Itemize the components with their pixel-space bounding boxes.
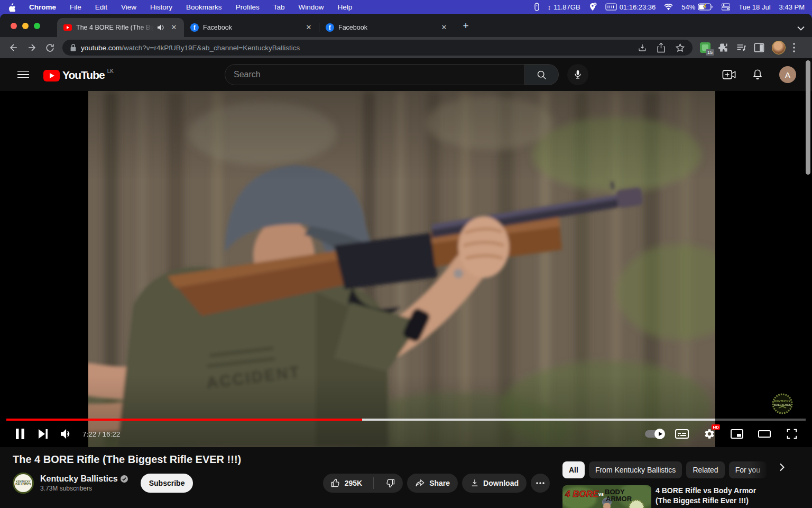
hamburger-menu-icon[interactable] bbox=[13, 64, 34, 85]
subscribe-button[interactable]: Subscribe bbox=[141, 474, 193, 493]
url-text[interactable]: youtube.com/watch?v=r4kPfUBy19E&ab_chann… bbox=[81, 44, 300, 52]
forward-button[interactable] bbox=[23, 39, 40, 56]
thumbs-up-icon bbox=[330, 478, 341, 488]
chip-for-you[interactable]: For you bbox=[729, 461, 767, 478]
voice-search-button[interactable] bbox=[567, 64, 588, 85]
menu-item-help[interactable]: Help bbox=[337, 3, 352, 11]
channel-avatar[interactable]: KENTUCKY BALLISTICS bbox=[13, 473, 34, 494]
location-off-icon[interactable] bbox=[589, 3, 597, 11]
menu-item-profiles[interactable]: Profiles bbox=[236, 3, 260, 11]
search-input[interactable]: Search bbox=[225, 64, 525, 85]
tab-facebook-2[interactable]: f Facebook ✕ bbox=[319, 18, 454, 37]
battery-status[interactable]: 54% bbox=[681, 3, 713, 11]
extensions-puzzle-icon[interactable] bbox=[718, 42, 728, 53]
tab-youtube[interactable]: The 4 BORE Rifle (The Bigg ✕ bbox=[57, 18, 184, 37]
tab-close-icon[interactable]: ✕ bbox=[439, 23, 449, 32]
verified-badge-icon bbox=[121, 475, 128, 483]
download-page-icon[interactable] bbox=[638, 43, 647, 52]
address-bar[interactable]: youtube.com/watch?v=r4kPfUBy19E&ab_chann… bbox=[62, 40, 693, 56]
theater-mode-button[interactable] bbox=[753, 422, 776, 446]
related-video-item[interactable]: 4 BORE vs BODY ARMOR 4 BORE Rifle vs Bod… bbox=[562, 485, 799, 508]
notifications-bell-icon[interactable] bbox=[752, 68, 763, 81]
control-center-icon[interactable] bbox=[722, 3, 730, 11]
memory-usage-status[interactable]: ↕ 11.87GB bbox=[548, 3, 580, 11]
related-thumbnail[interactable]: 4 BORE vs BODY ARMOR bbox=[562, 485, 651, 508]
fullscreen-button[interactable] bbox=[780, 422, 804, 446]
battery-charging-icon bbox=[698, 3, 713, 11]
volume-icon[interactable] bbox=[55, 422, 78, 446]
menu-item-tab[interactable]: Tab bbox=[273, 3, 285, 11]
youtube-favicon bbox=[63, 24, 72, 31]
download-button[interactable]: Download bbox=[462, 474, 527, 493]
kebab-menu-icon[interactable] bbox=[793, 43, 795, 52]
menu-bar-date[interactable]: Tue 18 Jul bbox=[739, 3, 770, 11]
zoom-window-button[interactable] bbox=[34, 23, 40, 29]
menu-item-edit[interactable]: Edit bbox=[95, 3, 107, 11]
video-title: The 4 BORE Rifle (The Biggest Rifle EVER… bbox=[13, 452, 550, 466]
related-title[interactable]: 4 BORE Rifle vs Body Armor (The Biggest … bbox=[656, 485, 756, 508]
lock-icon[interactable] bbox=[70, 43, 77, 52]
tab-close-icon[interactable]: ✕ bbox=[304, 23, 313, 32]
side-panel-icon[interactable] bbox=[754, 43, 764, 52]
tab-close-icon[interactable]: ✕ bbox=[169, 23, 179, 32]
page-scrollbar[interactable] bbox=[806, 60, 810, 175]
youtube-wordmark: YouTube bbox=[62, 69, 105, 81]
extension-badge: 15 bbox=[706, 49, 714, 56]
minimize-window-button[interactable] bbox=[22, 23, 29, 29]
menu-item-bookmarks[interactable]: Bookmarks bbox=[186, 3, 222, 11]
next-button[interactable] bbox=[32, 422, 55, 446]
wifi-icon[interactable] bbox=[664, 4, 673, 11]
pause-button[interactable] bbox=[8, 422, 32, 446]
like-button[interactable]: 295K bbox=[323, 474, 370, 493]
share-icon[interactable] bbox=[657, 43, 666, 53]
tab-facebook-1[interactable]: f Facebook ✕ bbox=[184, 18, 319, 37]
chip-from-channel[interactable]: From Kentucky Ballistics bbox=[589, 461, 682, 478]
macos-menu-bar: Chrome File Edit View History Bookmarks … bbox=[0, 0, 812, 14]
menu-item-file[interactable]: File bbox=[70, 3, 81, 11]
subscriber-count: 3.73M subscribers bbox=[40, 485, 128, 492]
reload-button[interactable] bbox=[41, 39, 58, 56]
miniplayer-button[interactable] bbox=[725, 422, 749, 446]
bookmark-star-icon[interactable] bbox=[675, 43, 685, 53]
autoplay-toggle[interactable] bbox=[643, 422, 666, 446]
peripheral-battery-icon[interactable] bbox=[534, 3, 539, 11]
menu-item-history[interactable]: History bbox=[150, 3, 172, 11]
settings-button[interactable]: HD bbox=[698, 422, 721, 446]
tab-title: Facebook bbox=[203, 24, 300, 31]
channel-watermark[interactable]: KENTUCKYBALLISTICS bbox=[772, 393, 793, 414]
menu-bar-time[interactable]: 3:43 PM bbox=[779, 3, 805, 11]
chips-next-chevron-icon[interactable] bbox=[779, 463, 785, 471]
menu-item-window[interactable]: Window bbox=[298, 3, 324, 11]
search-button[interactable] bbox=[525, 64, 559, 85]
channel-name[interactable]: Kentucky Ballistics bbox=[40, 474, 118, 484]
chip-related[interactable]: Related bbox=[686, 461, 724, 478]
menu-item-view[interactable]: View bbox=[121, 3, 136, 11]
menu-item-chrome[interactable]: Chrome bbox=[29, 3, 56, 11]
video-player[interactable]: ACCIDENT bbox=[0, 91, 812, 447]
create-video-icon[interactable] bbox=[722, 69, 736, 80]
tab-audio-icon[interactable] bbox=[158, 24, 165, 31]
apple-menu-icon[interactable] bbox=[7, 3, 15, 12]
more-actions-button[interactable] bbox=[531, 474, 550, 493]
tab-search-chevron-icon[interactable] bbox=[797, 26, 805, 31]
updown-arrows-icon: ↕ bbox=[548, 3, 551, 11]
tab-strip: The 4 BORE Rifle (The Bigg ✕ f Facebook … bbox=[0, 14, 812, 37]
tab-title: The 4 BORE Rifle (The Bigg bbox=[76, 24, 153, 31]
mic-icon bbox=[573, 69, 583, 80]
uptime-status[interactable]: 01:16:23:36 bbox=[605, 3, 656, 11]
profile-avatar[interactable] bbox=[772, 41, 786, 55]
dislike-button[interactable] bbox=[377, 474, 403, 493]
share-button[interactable]: Share bbox=[407, 474, 458, 493]
thumb-text-4bore: 4 BORE bbox=[565, 489, 599, 499]
account-avatar[interactable]: A bbox=[779, 66, 796, 83]
close-window-button[interactable] bbox=[11, 23, 17, 29]
svg-text:ARMOR: ARMOR bbox=[606, 495, 632, 503]
chip-all[interactable]: All bbox=[562, 461, 585, 478]
svg-text:BALLISTICS: BALLISTICS bbox=[774, 403, 791, 406]
subtitles-button[interactable] bbox=[670, 422, 694, 446]
back-button[interactable] bbox=[5, 39, 22, 56]
adblock-extension-icon[interactable]: 15 bbox=[700, 42, 710, 53]
new-tab-button[interactable]: + bbox=[458, 19, 473, 34]
youtube-logo[interactable]: YouTube LK bbox=[43, 68, 114, 81]
media-controls-icon[interactable] bbox=[736, 42, 746, 53]
